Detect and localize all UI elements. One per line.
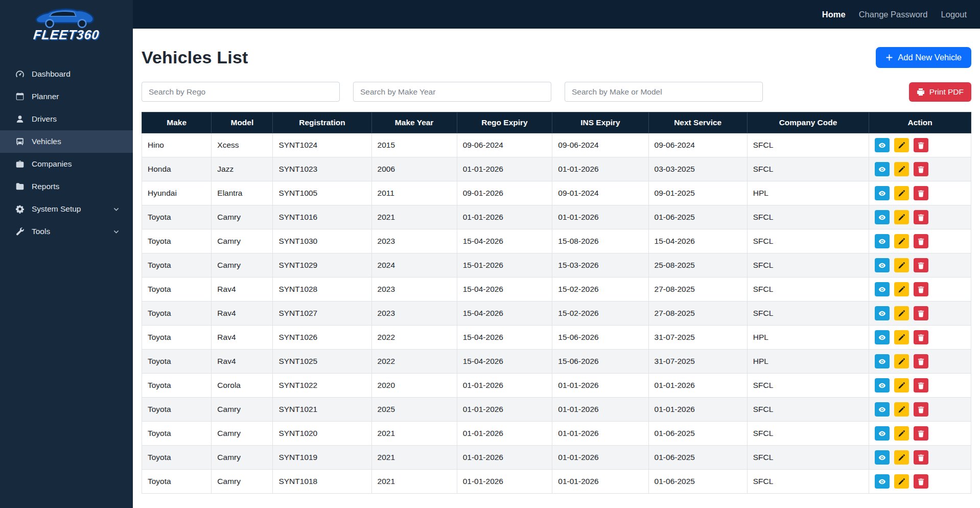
eye-icon [878, 334, 886, 341]
print-pdf-label: Print PDF [929, 87, 964, 97]
brand-name: FLEET360 [0, 28, 134, 42]
delete-button[interactable] [914, 186, 928, 200]
add-new-vehicle-button[interactable]: Add New Vehicle [876, 47, 971, 68]
edit-button[interactable] [894, 282, 909, 296]
view-button[interactable] [875, 282, 890, 296]
eye-icon [878, 262, 886, 269]
search-make-model-input[interactable] [565, 82, 763, 102]
view-button[interactable] [875, 474, 890, 489]
view-button[interactable] [875, 330, 890, 344]
edit-button[interactable] [894, 258, 909, 272]
edit-button[interactable] [894, 306, 909, 320]
view-button[interactable] [875, 378, 890, 392]
cell-registration: SYNT1023 [273, 157, 371, 181]
view-button[interactable] [875, 450, 890, 465]
cell-rego-expiry: 15-04-2026 [457, 229, 552, 253]
cell-company-code: SFCL [747, 157, 869, 181]
view-button[interactable] [875, 186, 890, 200]
cell-action [869, 422, 971, 446]
delete-button[interactable] [914, 450, 928, 465]
edit-button[interactable] [894, 234, 909, 248]
edit-button[interactable] [894, 330, 909, 344]
view-button[interactable] [875, 234, 890, 248]
topnav-logout[interactable]: Logout [941, 10, 967, 19]
search-rego-input[interactable] [142, 82, 340, 102]
edit-button[interactable] [894, 162, 909, 176]
print-pdf-button[interactable]: Print PDF [909, 82, 971, 102]
sidebar-item-label: Drivers [32, 114, 57, 124]
cell-make-year: 2023 [371, 302, 457, 326]
sidebar-item-reports[interactable]: Reports [0, 175, 133, 198]
view-button[interactable] [875, 306, 890, 320]
pencil-icon [898, 142, 905, 149]
edit-button[interactable] [894, 210, 909, 224]
cell-rego-expiry: 01-01-2026 [457, 446, 552, 470]
edit-button[interactable] [894, 450, 909, 465]
delete-button[interactable] [914, 138, 928, 152]
cell-make-year: 2025 [371, 398, 457, 422]
view-button[interactable] [875, 402, 890, 417]
delete-button[interactable] [914, 330, 928, 344]
edit-button[interactable] [894, 354, 909, 368]
sidebar-item-system-setup[interactable]: System Setup [0, 198, 133, 220]
delete-button[interactable] [914, 402, 928, 417]
sidebar-item-planner[interactable]: Planner [0, 85, 133, 108]
delete-button[interactable] [914, 378, 928, 392]
trash-icon [917, 166, 925, 173]
topnav-change-password[interactable]: Change Password [859, 10, 928, 19]
delete-button[interactable] [914, 234, 928, 248]
cell-action [869, 278, 971, 302]
delete-button[interactable] [914, 354, 928, 368]
view-button[interactable] [875, 426, 890, 441]
cell-make-year: 2020 [371, 374, 457, 398]
cell-company-code: SFCL [747, 253, 869, 278]
trash-icon [917, 358, 925, 365]
sidebar-item-vehicles[interactable]: Vehicles [0, 130, 133, 153]
cell-rego-expiry: 01-01-2026 [457, 470, 552, 494]
view-button[interactable] [875, 162, 890, 176]
delete-button[interactable] [914, 258, 928, 272]
filters-bar: Print PDF [142, 82, 971, 102]
edit-button[interactable] [894, 378, 909, 392]
topnav-home[interactable]: Home [822, 10, 846, 19]
cell-model: Corola [212, 374, 273, 398]
main-content: Vehicles List Add New Vehicle Print PDF … [133, 0, 980, 494]
cell-company-code: SFCL [747, 446, 869, 470]
delete-button[interactable] [914, 426, 928, 441]
cell-make: Hyundai [142, 181, 212, 205]
edit-button[interactable] [894, 426, 909, 441]
cell-model: Rav4 [212, 302, 273, 326]
search-make-year-input[interactable] [353, 82, 551, 102]
edit-button[interactable] [894, 138, 909, 152]
view-button[interactable] [875, 354, 890, 368]
cell-action [869, 350, 971, 374]
sidebar-item-tools[interactable]: Tools [0, 220, 133, 243]
pencil-icon [898, 358, 905, 365]
view-button[interactable] [875, 138, 890, 152]
delete-button[interactable] [914, 162, 928, 176]
trash-icon [917, 406, 925, 413]
cell-ins-expiry: 15-06-2026 [552, 350, 648, 374]
edit-button[interactable] [894, 402, 909, 417]
edit-button[interactable] [894, 474, 909, 489]
sidebar-item-companies[interactable]: Companies [0, 153, 133, 175]
view-button[interactable] [875, 258, 890, 272]
plus-icon [885, 54, 893, 61]
eye-icon [878, 382, 886, 389]
view-button[interactable] [875, 210, 890, 224]
cell-ins-expiry: 01-01-2026 [552, 374, 648, 398]
cell-make: Toyota [142, 470, 212, 494]
sidebar-item-dashboard[interactable]: Dashboard [0, 63, 133, 85]
eye-icon [878, 166, 886, 173]
table-row: ToyotaCamrySYNT1018202101-01-202601-01-2… [142, 470, 971, 494]
chevron-down-icon [113, 206, 120, 213]
delete-button[interactable] [914, 210, 928, 224]
sidebar-item-label: Vehicles [32, 136, 61, 147]
delete-button[interactable] [914, 282, 928, 296]
cell-next-service: 31-07-2025 [648, 326, 747, 350]
sidebar-item-drivers[interactable]: Drivers [0, 108, 133, 130]
delete-button[interactable] [914, 474, 928, 489]
delete-button[interactable] [914, 306, 928, 320]
edit-button[interactable] [894, 186, 909, 200]
speedometer-icon [15, 70, 25, 79]
